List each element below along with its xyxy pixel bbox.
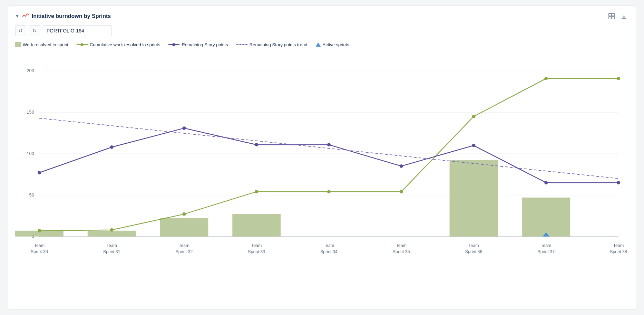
legend-cumulative-line xyxy=(77,42,88,47)
svg-text:50: 50 xyxy=(29,192,34,198)
card-title: Initiative burndown by Sprints xyxy=(32,13,111,19)
legend: Work resolved in sprint Cumulative work … xyxy=(15,42,629,47)
cumulative-dot-5 xyxy=(400,190,403,193)
x-label-sprint30-num: Sprint 30 xyxy=(31,249,48,254)
toolbar: ↺ ↻ xyxy=(15,25,629,36)
download-icon xyxy=(621,13,627,19)
svg-text:100: 100 xyxy=(27,151,34,156)
undo-button[interactable]: ↺ xyxy=(15,25,26,36)
bar-sprint32 xyxy=(160,218,208,237)
remaining-dot-4 xyxy=(327,143,331,146)
cumulative-dot-2 xyxy=(182,212,186,216)
legend-cumulative-label: Cumulative work resolved in sprints xyxy=(90,42,160,47)
card-actions xyxy=(607,11,629,21)
legend-bar-swatch xyxy=(15,42,21,47)
legend-trend-line xyxy=(236,44,247,45)
remaining-dot-1 xyxy=(110,145,114,149)
table-icon xyxy=(608,13,615,19)
x-label-sprint37: Team xyxy=(541,243,552,248)
cumulative-dot-1 xyxy=(110,228,114,232)
x-label-sprint34: Team xyxy=(324,243,334,248)
svg-rect-0 xyxy=(609,13,611,16)
x-label-sprint30: Team xyxy=(34,243,45,248)
legend-remaining: Remaining Story points xyxy=(168,42,228,47)
remaining-dot-8 xyxy=(617,181,620,184)
x-label-sprint35: Team xyxy=(396,243,407,248)
cumulative-dot-6 xyxy=(472,115,476,118)
chart-area: 200 150 100 50 0 xyxy=(15,50,629,285)
remaining-dot-0 xyxy=(38,171,41,174)
x-label-sprint33-num: Sprint 33 xyxy=(248,249,265,254)
download-button[interactable] xyxy=(619,11,629,21)
cumulative-dot-0 xyxy=(38,229,41,232)
cumulative-dot-3 xyxy=(255,190,258,193)
remaining-dot-3 xyxy=(255,143,258,146)
bar-sprint33 xyxy=(232,214,281,237)
legend-cumulative: Cumulative work resolved in sprints xyxy=(77,42,160,47)
portfolio-input[interactable] xyxy=(43,25,112,36)
x-label-sprint32-num: Sprint 32 xyxy=(175,249,193,254)
legend-trend-label: Remaining Story points trend xyxy=(250,42,308,47)
collapse-icon[interactable]: ▼ xyxy=(15,14,19,19)
svg-rect-2 xyxy=(609,17,611,19)
cumulative-dot-7 xyxy=(544,77,548,80)
x-label-sprint38: Team xyxy=(613,243,624,248)
card-header: ▼ Initiative burndown by Sprints xyxy=(15,11,629,21)
x-label-sprint32: Team xyxy=(179,243,189,248)
bar-sprint36 xyxy=(450,160,498,237)
burndown-chart-icon xyxy=(22,13,29,20)
x-label-sprint33: Team xyxy=(251,243,262,248)
svg-text:150: 150 xyxy=(27,109,34,115)
legend-work-resolved-label: Work resolved in sprint xyxy=(23,42,68,47)
table-view-button[interactable] xyxy=(607,11,616,21)
x-label-sprint35-num: Sprint 35 xyxy=(393,249,410,254)
remaining-dot-7 xyxy=(544,181,548,184)
remaining-line xyxy=(39,128,618,183)
x-label-sprint37-num: Sprint 37 xyxy=(537,249,555,254)
x-label-sprint34-num: Sprint 34 xyxy=(320,249,338,254)
cumulative-dot-4 xyxy=(327,190,331,193)
svg-rect-1 xyxy=(612,13,614,16)
legend-remaining-line xyxy=(168,42,179,47)
trend-line xyxy=(39,118,618,179)
remaining-dot-5 xyxy=(400,164,403,168)
x-label-sprint31: Team xyxy=(106,243,117,248)
svg-text:200: 200 xyxy=(27,68,34,73)
legend-remaining-label: Remaining Story points xyxy=(182,42,228,47)
redo-button[interactable]: ↻ xyxy=(29,25,40,36)
burndown-chart: 200 150 100 50 0 xyxy=(15,50,629,285)
legend-trend: Remaining Story points trend xyxy=(236,42,308,47)
legend-active-sprints-label: Active sprints xyxy=(323,42,349,47)
x-label-sprint31-num: Sprint 31 xyxy=(103,249,120,254)
x-label-sprint36: Team xyxy=(468,243,479,248)
x-label-sprint36-num: Sprint 36 xyxy=(465,249,482,254)
remaining-dot-2 xyxy=(182,126,186,130)
legend-work-resolved: Work resolved in sprint xyxy=(15,42,68,47)
bar-sprint37 xyxy=(522,198,570,237)
svg-rect-3 xyxy=(612,17,614,19)
x-label-sprint38-num: Sprint 38 xyxy=(610,249,627,254)
legend-active-sprints: Active sprints xyxy=(316,42,349,47)
remaining-dot-6 xyxy=(472,144,476,147)
legend-triangle xyxy=(316,42,321,47)
card-container: ▼ Initiative burndown by Sprints xyxy=(8,6,636,309)
cumulative-dot-8 xyxy=(617,77,620,80)
card-title-area: ▼ Initiative burndown by Sprints xyxy=(15,13,111,20)
